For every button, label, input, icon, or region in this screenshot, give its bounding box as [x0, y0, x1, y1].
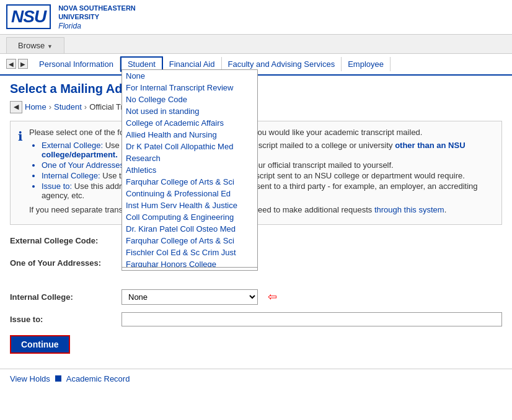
footer: View Holds Academic Record — [0, 369, 512, 388]
dropdown-option-farquhar1[interactable]: Farquhar College of Arts & Sci — [122, 176, 257, 188]
dropdown-option-not-used[interactable]: Not used in standing — [122, 105, 257, 117]
internal-college-label: Internal College: — [10, 292, 115, 302]
dropdown-option-farquhar2[interactable]: Farquhar College of Arts & Sci — [122, 235, 257, 247]
dropdown-option-academic-affairs[interactable]: College of Academic Affairs — [122, 117, 257, 129]
addresses-dropdown-container: None For Internal Transcript Review No C… — [121, 255, 258, 271]
info-text: Please select one of the following addre… — [29, 128, 494, 218]
info-icon: ℹ — [18, 129, 23, 218]
info-list-item-3: Issue to: Use this address if you need y… — [42, 182, 494, 200]
footer-view-holds[interactable]: View Holds — [10, 374, 50, 383]
header: NSU NOVA SOUTHEASTERN UNIVERSITY Florida — [0, 0, 512, 35]
dropdown-option-dr-k-patel[interactable]: Dr K Patel Coll Allopathic Med — [122, 141, 257, 152]
dropdown-option-research[interactable]: Research — [122, 152, 257, 164]
logo-nsu-text: NSU — [11, 7, 46, 26]
main-content: Select a Mailing Address ◀ Home › Studen… — [0, 76, 512, 369]
breadcrumb-home[interactable]: Home — [25, 102, 46, 112]
through-system-link[interactable]: through this system — [374, 205, 444, 214]
red-arrow-icon: ⇦ — [268, 290, 277, 304]
info-subtext: If you need separate transcripts for dif… — [29, 205, 494, 214]
footer-academic-record[interactable]: Academic Record — [66, 374, 130, 383]
info-list-item-1: One of Your Addresses: Use this address … — [42, 160, 494, 170]
browse-tab-label: Browse — [18, 41, 45, 50]
addresses-row: One of Your Addresses: None For Internal… — [10, 255, 502, 271]
nav-back-arrow[interactable]: ◀ — [6, 59, 16, 69]
browse-tab-arrow-icon: ▼ — [47, 43, 53, 50]
info-list-item-2: Internal College: Use this address if yo… — [42, 171, 494, 180]
logo-florida: Florida — [58, 22, 136, 30]
issue-to-input[interactable] — [121, 312, 502, 326]
external-college-label: External College Code: — [10, 236, 115, 245]
nav-arrows: ◀ ▶ — [6, 59, 28, 69]
dropdown-option-athletics[interactable]: Athletics — [122, 164, 257, 176]
dropdown-option-no-college[interactable]: No College Code — [122, 94, 257, 105]
dropdown-option-for-internal[interactable]: For Internal Transcript Review — [122, 82, 257, 94]
addresses-label: One of Your Addresses: — [10, 258, 115, 268]
dropdown-option-none[interactable]: None — [122, 70, 257, 82]
nsu-logo: NSU NOVA SOUTHEASTERN UNIVERSITY Florida — [6, 4, 136, 30]
issue-to-label: Issue to: — [10, 315, 115, 324]
info-intro: Please select one of the following addre… — [29, 128, 494, 137]
dropdown-option-fischler[interactable]: Fischler Col Ed & Sc Crim Just — [122, 247, 257, 258]
continue-button-wrap: Continue — [10, 335, 502, 354]
nav-forward-arrow[interactable]: ▶ — [18, 59, 28, 69]
breadcrumb-sep2: › — [84, 102, 87, 112]
dropdown-option-coll-computing[interactable]: Coll Computing & Engineering — [122, 211, 257, 223]
browse-tab[interactable]: Browse ▼ — [6, 37, 64, 53]
info-list-item-0: External College: Use this address if yo… — [42, 141, 494, 159]
dropdown-option-dr-kiran[interactable]: Dr. Kiran Patel Coll Osteo Med — [122, 223, 257, 235]
dropdown-option-cont-prof[interactable]: Continuing & Professional Ed — [122, 188, 257, 199]
browse-tab-bar: Browse ▼ — [0, 35, 512, 54]
internal-college-row: Internal College: None ⇦ — [10, 289, 502, 305]
dropdown-option-farquhar-honors[interactable]: Farquhar Honors College — [122, 258, 257, 268]
dropdown-option-allied-health[interactable]: Allied Health and Nursing — [122, 129, 257, 141]
info-list: External College: Use this address if yo… — [29, 141, 494, 200]
internal-college-select[interactable]: None — [121, 289, 258, 305]
breadcrumb-sep1: › — [49, 102, 51, 112]
footer-separator — [55, 375, 61, 382]
logo-university-name: NOVA SOUTHEASTERN UNIVERSITY — [58, 4, 136, 22]
nav-employee[interactable]: Employee — [342, 57, 391, 71]
continue-button[interactable]: Continue — [10, 335, 70, 354]
nav-personal-information[interactable]: Personal Information — [33, 57, 120, 71]
issue-to-row: Issue to: — [10, 312, 502, 326]
addresses-dropdown-list[interactable]: None For Internal Transcript Review No C… — [121, 69, 258, 268]
breadcrumb-back-button[interactable]: ◀ — [10, 101, 22, 113]
breadcrumb-student[interactable]: Student — [54, 102, 82, 112]
dropdown-option-inst-hum[interactable]: Inst Hum Serv Health & Justice — [122, 199, 257, 211]
